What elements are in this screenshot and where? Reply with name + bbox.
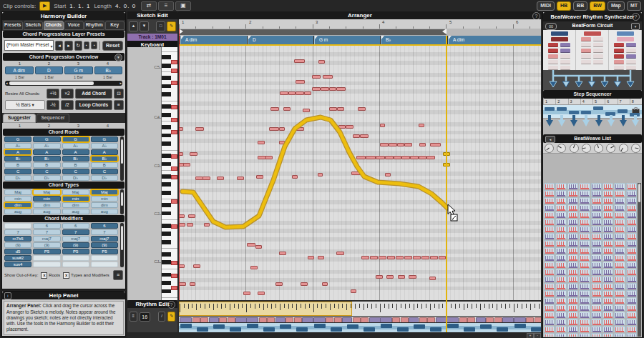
track-label[interactable]: Track : 1M01 — [127, 34, 177, 41]
piano-keyboard[interactable] — [161, 47, 178, 300]
black-key[interactable] — [162, 113, 171, 117]
chord-type-cell[interactable]: Maj — [33, 189, 60, 195]
tab-sequencer[interactable]: Sequencer — [36, 114, 69, 123]
beatform-chip[interactable] — [560, 49, 570, 53]
beatweave-tile[interactable] — [544, 326, 555, 332]
chord-type-cell[interactable]: Maj — [62, 189, 89, 195]
grid-resolution-value[interactable]: 16 — [140, 312, 150, 322]
chord-root-cell[interactable]: C — [33, 169, 60, 174]
timeline-ruler[interactable]: 123456 — [179, 19, 541, 29]
beatweave-tile[interactable] — [602, 219, 613, 225]
chord-modifier-cell[interactable]: (9) — [62, 242, 89, 248]
black-key[interactable] — [162, 134, 171, 138]
beatweave-tile[interactable] — [579, 183, 590, 189]
overview-left-icon[interactable]: ⊡ — [114, 89, 124, 99]
beatweave-tile[interactable] — [591, 183, 602, 189]
beatweave-tile[interactable] — [602, 276, 613, 282]
step-block[interactable] — [397, 327, 409, 332]
rhythm-chip[interactable] — [535, 317, 541, 322]
scrub-bar[interactable] — [179, 29, 541, 36]
beatform-chip[interactable] — [581, 49, 591, 53]
chord-modifier-cell[interactable]: maj7 — [91, 236, 118, 242]
select-tool-icon[interactable]: □ — [156, 21, 165, 31]
beatweave-tile[interactable] — [544, 290, 555, 297]
rhythm-chip[interactable] — [427, 317, 435, 322]
step-arrow-icon[interactable] — [620, 120, 627, 126]
black-key[interactable] — [162, 125, 171, 129]
chord-type-cell[interactable]: min — [91, 196, 118, 202]
knob[interactable] — [557, 144, 566, 153]
beatform-chip[interactable] — [593, 49, 603, 53]
beatweave-tile[interactable] — [567, 262, 578, 268]
beatweave-tile[interactable] — [591, 233, 602, 239]
step-level-bar[interactable] — [557, 107, 567, 111]
rhythm-list-icon[interactable]: ≡ — [130, 312, 137, 322]
octave-up-icon[interactable]: ▲ — [129, 21, 138, 31]
help-icon[interactable]: ? — [167, 301, 175, 309]
beatform-chip[interactable] — [548, 49, 558, 53]
step-level-bar[interactable] — [545, 107, 555, 111]
rhythm-chip[interactable] — [401, 317, 409, 322]
beatweave-tile[interactable] — [567, 212, 578, 218]
rhythm-chip[interactable] — [369, 317, 381, 322]
beatweave-tile[interactable] — [626, 197, 637, 204]
beatform-header-chip[interactable] — [617, 31, 634, 36]
beatweave-tile[interactable] — [614, 290, 625, 297]
beatweave-tile[interactable] — [626, 304, 637, 311]
step-block[interactable] — [347, 324, 358, 329]
rhythm-chip[interactable] — [494, 317, 502, 322]
step-block[interactable] — [414, 324, 425, 329]
chord-modifier-cell[interactable] — [62, 262, 89, 267]
loop-icon[interactable]: ⇄ — [141, 1, 157, 11]
beatweave-tile[interactable] — [602, 204, 613, 211]
tab-rhythm[interactable]: Rhythm — [84, 21, 104, 30]
chord-modifier-cell[interactable]: P5 — [33, 249, 60, 254]
overview-chord-block[interactable]: A dim — [5, 66, 34, 74]
beatweave-tile[interactable] — [626, 219, 637, 225]
step-level-bar[interactable] — [593, 106, 603, 110]
rhythm-chip[interactable] — [419, 317, 427, 322]
beatweave-tile[interactable] — [626, 262, 637, 268]
black-key[interactable] — [162, 191, 171, 195]
beatweave-tile[interactable] — [626, 333, 637, 337]
chord-modifier-cell[interactable]: sus4 — [4, 262, 31, 267]
step-block[interactable] — [280, 324, 291, 329]
beatweave-tile[interactable] — [555, 219, 566, 225]
beatweave-tile[interactable] — [544, 297, 555, 304]
beatweave-tile[interactable] — [555, 226, 566, 232]
beatweave-tile[interactable] — [567, 283, 578, 289]
beatweave-tile[interactable] — [602, 183, 613, 189]
beatform-header-chip[interactable] — [551, 31, 568, 36]
black-key[interactable] — [162, 64, 171, 68]
chord-root-scrollbar[interactable] — [120, 136, 124, 181]
beatform-chip[interactable] — [560, 43, 570, 47]
beatweave-tile[interactable] — [555, 183, 566, 189]
chord-root-cell[interactable]: B — [4, 162, 31, 168]
rhythm-chip[interactable] — [200, 317, 208, 322]
overview-scrollbar[interactable]: ◂▸ — [5, 81, 122, 86]
step-block[interactable] — [213, 324, 225, 329]
chord-type-cell[interactable]: aug — [33, 209, 60, 214]
step-arrow-icon[interactable] — [608, 120, 615, 126]
beatform-chip[interactable] — [614, 43, 624, 47]
beatweave-tile[interactable] — [579, 283, 590, 289]
beatweave-tile[interactable] — [602, 269, 613, 275]
beatform-chip[interactable] — [614, 60, 624, 64]
beatweave-tile[interactable] — [591, 283, 602, 289]
beatweave-tile[interactable] — [544, 233, 555, 239]
beatweave-tile[interactable] — [591, 190, 602, 197]
chord-type-cell[interactable]: Maj — [4, 189, 31, 195]
rhythm-chip[interactable] — [380, 317, 392, 322]
beatweave-tile[interactable] — [626, 326, 637, 332]
beatform-header-chip[interactable] — [551, 37, 568, 41]
black-key[interactable] — [162, 174, 171, 179]
beatweave-tile[interactable] — [555, 233, 566, 239]
add-chord-button[interactable]: Add Chord — [75, 89, 112, 99]
loop-chords-button[interactable]: Loop Chords — [75, 100, 112, 110]
beatweave-tile[interactable] — [614, 297, 625, 304]
beatform-header-chip[interactable] — [584, 31, 601, 36]
beatweave-tile[interactable] — [602, 319, 613, 325]
beatform-chip[interactable] — [626, 60, 636, 64]
step-arrow-icon[interactable] — [570, 120, 577, 126]
beatweave-tile[interactable] — [579, 219, 590, 225]
